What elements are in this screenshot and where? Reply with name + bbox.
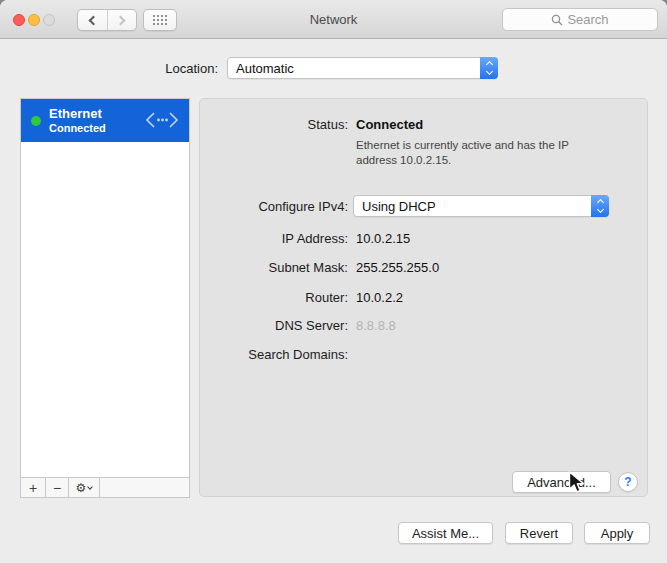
status-description: Ethernet is currently active and has the… xyxy=(356,138,606,168)
services-list: Ethernet Connected + − ⚙ xyxy=(20,98,190,498)
apply-button-label: Apply xyxy=(601,526,634,541)
configure-ipv4-value: Using DHCP xyxy=(354,199,591,214)
search-domains-label: Search Domains: xyxy=(200,347,348,362)
show-all-button[interactable] xyxy=(143,9,177,31)
router-value: 10.0.2.2 xyxy=(356,290,403,305)
sidebar-item-ethernet[interactable]: Ethernet Connected xyxy=(21,99,189,142)
revert-button[interactable]: Revert xyxy=(505,522,573,544)
ip-address-label: IP Address: xyxy=(200,231,348,246)
assist-me-button[interactable]: Assist Me... xyxy=(398,522,493,544)
zoom-window-button xyxy=(43,14,55,26)
nav-buttons xyxy=(77,9,137,31)
search-icon xyxy=(551,14,563,26)
subnet-mask-value: 255.255.255.0 xyxy=(356,260,439,275)
plus-icon: + xyxy=(29,480,37,496)
apply-button[interactable]: Apply xyxy=(584,522,650,544)
grid-icon xyxy=(153,15,167,25)
add-service-button[interactable]: + xyxy=(21,478,46,497)
location-value: Automatic xyxy=(228,61,480,76)
toolbar: Network Search xyxy=(0,0,667,39)
configure-ipv4-label: Configure IPv4: xyxy=(200,199,348,214)
advanced-button-label: Advanced... xyxy=(527,475,596,490)
question-mark-icon: ? xyxy=(624,475,631,489)
configure-ipv4-popup[interactable]: Using DHCP xyxy=(353,195,609,217)
minimize-window-button[interactable] xyxy=(28,14,40,26)
back-button[interactable] xyxy=(78,10,108,30)
subnet-mask-label: Subnet Mask: xyxy=(200,260,348,275)
dns-server-value: 8.8.8.8 xyxy=(356,318,396,333)
search-input[interactable]: Search xyxy=(502,8,658,31)
minus-icon: − xyxy=(53,480,61,496)
ip-address-value: 10.0.2.15 xyxy=(356,231,410,246)
gear-icon: ⚙ xyxy=(76,482,87,494)
dns-server-label: DNS Server: xyxy=(200,318,348,333)
status-label: Status: xyxy=(200,117,348,132)
chevron-down-icon xyxy=(88,484,94,490)
chevron-left-icon xyxy=(89,15,99,25)
location-popup[interactable]: Automatic xyxy=(227,57,498,79)
chevron-right-icon xyxy=(115,15,125,25)
router-label: Router: xyxy=(200,290,348,305)
network-preferences-window: Network Search Location: Automatic Ether… xyxy=(0,0,667,563)
service-text: Ethernet Connected xyxy=(49,106,106,134)
forward-button xyxy=(108,10,137,30)
ethernet-icon xyxy=(145,111,179,129)
assist-me-button-label: Assist Me... xyxy=(412,526,479,541)
service-actions-button[interactable]: ⚙ xyxy=(69,478,100,497)
close-window-button[interactable] xyxy=(13,14,25,26)
help-button[interactable]: ? xyxy=(618,472,638,492)
popup-stepper-icon xyxy=(591,195,609,217)
revert-button-label: Revert xyxy=(520,526,558,541)
advanced-button[interactable]: Advanced... xyxy=(512,471,611,493)
remove-service-button[interactable]: − xyxy=(46,478,69,497)
status-dot-icon xyxy=(31,116,41,126)
sidebar-footer: + − ⚙ xyxy=(21,477,189,497)
service-status: Connected xyxy=(49,122,106,134)
search-placeholder: Search xyxy=(567,12,608,27)
service-name: Ethernet xyxy=(49,106,106,121)
status-value: Connected xyxy=(356,117,423,132)
location-label: Location: xyxy=(68,61,218,76)
connection-detail-panel: Status: Connected Ethernet is currently … xyxy=(199,98,648,497)
popup-stepper-icon xyxy=(480,57,498,79)
